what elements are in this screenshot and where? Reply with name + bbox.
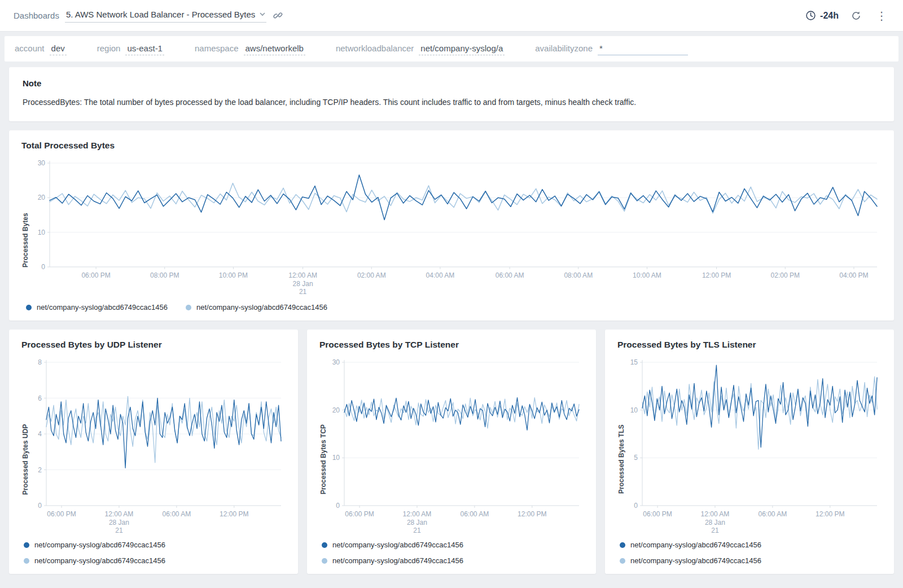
svg-text:06:00 AM: 06:00 AM <box>461 510 489 518</box>
filter-label: account <box>15 43 45 53</box>
y-axis-label: Processed Bytes TCP <box>319 356 327 537</box>
time-range-selector[interactable]: -24h <box>805 10 839 21</box>
share-link-icon[interactable] <box>273 11 283 20</box>
legend-item[interactable]: net/company-syslog/abcd6749ccac1456 <box>620 556 882 565</box>
series-color-dot <box>26 305 32 310</box>
svg-text:10:00 PM: 10:00 PM <box>219 271 248 279</box>
svg-text:28 Jan: 28 Jan <box>705 519 725 526</box>
filter-label: region <box>97 43 121 53</box>
clock-icon <box>805 10 816 21</box>
chart-legend: net/company-syslog/abcd6749ccac1456net/c… <box>21 541 286 565</box>
tls-listener-chart[interactable]: 05101506:00 PM12:00 AM28 Jan2106:00 AM12… <box>625 356 882 537</box>
svg-text:0: 0 <box>634 502 638 510</box>
dashboards-label: Dashboards <box>14 11 59 20</box>
svg-text:2: 2 <box>38 466 42 474</box>
svg-text:06:00 PM: 06:00 PM <box>47 510 76 518</box>
svg-text:08:00 PM: 08:00 PM <box>150 271 179 279</box>
svg-text:21: 21 <box>299 288 307 296</box>
svg-text:20: 20 <box>332 406 340 414</box>
svg-text:21: 21 <box>115 526 123 534</box>
svg-text:15: 15 <box>630 358 638 366</box>
filter-region-input[interactable]: us-east-1 <box>125 43 164 55</box>
filter-networkloadbalancer: networkloadbalancer net/company-syslog/a <box>336 43 505 55</box>
legend-item[interactable]: net/company-syslog/abcd6749ccac1456 <box>24 556 286 565</box>
svg-text:12:00 PM: 12:00 PM <box>702 271 731 279</box>
svg-text:10: 10 <box>332 454 340 462</box>
y-axis-label: Processed Bytes UDP <box>21 356 29 537</box>
dashboard-title-dropdown[interactable]: 5. AWS Network Load Balancer - Processed… <box>65 8 266 23</box>
svg-text:06:00 PM: 06:00 PM <box>81 271 110 279</box>
svg-text:02:00 AM: 02:00 AM <box>357 271 386 279</box>
chart-svg: 0246806:00 PM12:00 AM28 Jan2106:00 AM12:… <box>29 356 286 537</box>
legend-item[interactable]: net/company-syslog/abcd6749ccac1456 <box>322 556 584 565</box>
svg-text:12:00 AM: 12:00 AM <box>105 510 134 518</box>
svg-text:12:00 AM: 12:00 AM <box>403 510 432 518</box>
legend-label: net/company-syslog/abcd6749ccac1456 <box>34 556 165 565</box>
chart-legend: net/company-syslog/abcd6749ccac1456net/c… <box>319 541 584 565</box>
legend-item[interactable]: net/company-syslog/abcd6749ccac1456 <box>24 541 286 549</box>
panel-title: Total Processed Bytes <box>21 141 882 151</box>
filter-label: availabilityzone <box>535 43 593 53</box>
filter-account: account dev <box>15 43 67 55</box>
svg-text:06:00 PM: 06:00 PM <box>345 510 374 518</box>
series-color-dot <box>322 542 327 548</box>
panel-title: Processed Bytes by UDP Listener <box>21 340 286 350</box>
svg-text:0: 0 <box>41 263 45 271</box>
filter-region: region us-east-1 <box>97 43 164 55</box>
svg-text:28 Jan: 28 Jan <box>407 519 427 526</box>
svg-text:06:00 AM: 06:00 AM <box>163 510 191 518</box>
svg-text:08:00 AM: 08:00 AM <box>564 271 593 279</box>
note-title: Note <box>23 78 880 88</box>
svg-text:12:00 PM: 12:00 PM <box>816 510 844 518</box>
dashboard-title: 5. AWS Network Load Balancer - Processed… <box>66 10 255 19</box>
svg-text:4: 4 <box>38 430 42 438</box>
time-range-value: -24h <box>820 11 839 21</box>
tcp-listener-chart[interactable]: 010203006:00 PM12:00 AM28 Jan2106:00 AM1… <box>327 356 584 537</box>
svg-text:10: 10 <box>38 229 46 236</box>
panel-udp-listener: Processed Bytes by UDP Listener Processe… <box>9 330 298 574</box>
refresh-icon[interactable] <box>851 11 861 21</box>
legend-item[interactable]: net/company-syslog/abcd6749ccac1456 <box>186 303 327 311</box>
filter-namespace-input[interactable]: aws/networkelb <box>244 43 305 55</box>
series-color-dot <box>24 542 29 548</box>
legend-item[interactable]: net/company-syslog/abcd6749ccac1456 <box>26 303 168 311</box>
filter-networkloadbalancer-input[interactable]: net/company-syslog/a <box>419 43 505 55</box>
series-color-dot <box>24 558 29 564</box>
panel-total-processed-bytes: Total Processed Bytes Processed Bytes 01… <box>9 130 894 321</box>
filter-label: networkloadbalancer <box>336 43 414 53</box>
legend-item[interactable]: net/company-syslog/abcd6749ccac1456 <box>322 541 584 549</box>
panel-tcp-listener: Processed Bytes by TCP Listener Processe… <box>307 330 596 574</box>
svg-text:20: 20 <box>38 194 46 201</box>
filter-availabilityzone-input[interactable]: * <box>598 43 688 55</box>
filter-bar: account dev region us-east-1 namespace a… <box>5 36 898 62</box>
filter-label: namespace <box>195 43 239 53</box>
series-color-dot <box>620 558 625 564</box>
udp-listener-chart[interactable]: 0246806:00 PM12:00 AM28 Jan2106:00 AM12:… <box>29 356 286 537</box>
svg-text:06:00 AM: 06:00 AM <box>759 510 787 518</box>
y-axis-label: Processed Bytes TLS <box>617 356 625 537</box>
legend-label: net/company-syslog/abcd6749ccac1456 <box>332 541 463 549</box>
legend-label: net/company-syslog/abcd6749ccac1456 <box>196 303 327 311</box>
svg-text:12:00 AM: 12:00 AM <box>288 271 317 279</box>
svg-text:28 Jan: 28 Jan <box>293 280 313 288</box>
filter-availabilityzone: availabilityzone * <box>535 43 688 55</box>
top-bar: Dashboards 5. AWS Network Load Balancer … <box>0 0 903 32</box>
svg-text:04:00 AM: 04:00 AM <box>426 271 455 279</box>
svg-text:21: 21 <box>413 526 421 534</box>
svg-text:06:00 AM: 06:00 AM <box>496 271 524 279</box>
filter-account-input[interactable]: dev <box>50 43 67 55</box>
svg-text:28 Jan: 28 Jan <box>109 519 129 526</box>
legend-item[interactable]: net/company-syslog/abcd6749ccac1456 <box>620 541 882 549</box>
svg-text:21: 21 <box>711 526 719 534</box>
svg-text:5: 5 <box>634 454 638 462</box>
svg-text:10: 10 <box>630 406 638 414</box>
svg-text:6: 6 <box>38 394 42 402</box>
legend-label: net/company-syslog/abcd6749ccac1456 <box>630 556 761 565</box>
chart-svg: 010203006:00 PM12:00 AM28 Jan2106:00 AM1… <box>327 356 584 537</box>
total-processed-bytes-chart[interactable]: 010203006:00 PM08:00 PM10:00 PM12:00 AM2… <box>29 156 882 299</box>
svg-text:30: 30 <box>332 358 340 366</box>
panel-title: Processed Bytes by TLS Listener <box>617 340 882 350</box>
series-color-dot <box>322 558 327 564</box>
legend-label: net/company-syslog/abcd6749ccac1456 <box>332 556 463 565</box>
kebab-menu-icon[interactable]: ⋮ <box>874 10 889 21</box>
